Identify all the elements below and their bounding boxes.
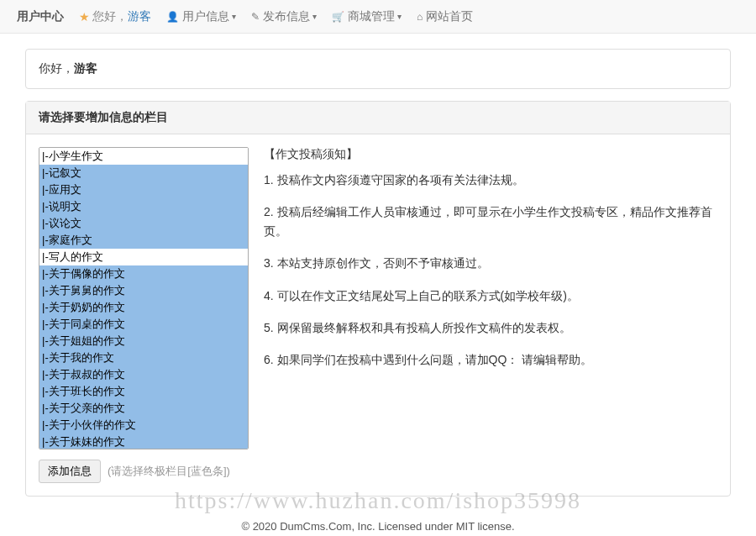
navbar: 用户中心 ★ 您好， 游客 👤用户信息▾✎发布信息▾🛒商城管理▾⌂网站首页 bbox=[0, 0, 756, 34]
nav-item-商城管理[interactable]: 🛒商城管理▾ bbox=[332, 9, 402, 24]
category-option[interactable]: |-议论文 bbox=[39, 215, 248, 232]
category-option[interactable]: |-关于舅舅的作文 bbox=[39, 282, 248, 299]
category-option[interactable]: |-记叙文 bbox=[39, 165, 248, 181]
notice-item: 3. 本站支持原创作文，否则不予审核通过。 bbox=[264, 254, 717, 272]
notice-item: 4. 可以在作文正文结尾处写上自己的联系方式(如学校年级)。 bbox=[264, 286, 717, 305]
category-option[interactable]: |-家庭作文 bbox=[39, 232, 248, 249]
navbar-brand: 用户中心 bbox=[17, 9, 64, 24]
category-option[interactable]: |-关于同桌的作文 bbox=[39, 316, 248, 333]
notice-item: 6. 如果同学们在投稿中遇到什么问题，请加QQ： 请编辑帮助。 bbox=[264, 350, 717, 369]
caret-icon: ▾ bbox=[232, 12, 236, 21]
greeting-prefix: 你好， bbox=[39, 61, 74, 75]
nav-item-用户信息[interactable]: 👤用户信息▾ bbox=[166, 9, 236, 24]
footer: © 2020 DumCms.Com, Inc. Licensed under M… bbox=[25, 520, 731, 536]
category-option[interactable]: |-说明文 bbox=[39, 198, 248, 215]
star-icon: ★ bbox=[79, 10, 90, 24]
add-info-button[interactable]: 添加信息 bbox=[39, 460, 101, 483]
welcome-guest[interactable]: 游客 bbox=[128, 9, 151, 24]
notice-title: 【作文投稿须知】 bbox=[264, 147, 717, 162]
category-option[interactable]: |-关于小伙伴的作文 bbox=[39, 417, 248, 434]
category-option[interactable]: |-关于妹妹的作文 bbox=[39, 434, 248, 449]
panel-heading: 请选择要增加信息的栏目 bbox=[26, 102, 730, 134]
welcome-prefix: 您好， bbox=[92, 9, 128, 24]
navbar-welcome: ★ 您好， 游客 bbox=[79, 9, 151, 24]
caret-icon: ▾ bbox=[312, 12, 317, 21]
user-icon: 👤 bbox=[166, 11, 179, 23]
category-option[interactable]: |-小学生作文 bbox=[39, 148, 248, 165]
category-option[interactable]: |-关于父亲的作文 bbox=[39, 400, 248, 417]
category-option[interactable]: |-关于奶奶的作文 bbox=[39, 299, 248, 316]
nav-item-发布信息[interactable]: ✎发布信息▾ bbox=[251, 9, 317, 24]
caret-icon: ▾ bbox=[397, 12, 402, 21]
category-option[interactable]: |-关于我的作文 bbox=[39, 349, 248, 366]
main-panel: 请选择要增加信息的栏目 |-小学生作文 |-记叙文 |-应用文 |-说明文 |-… bbox=[25, 101, 731, 497]
edit-icon: ✎ bbox=[251, 11, 260, 23]
notice-item: 2. 投稿后经编辑工作人员审核通过，即可显示在小学生作文投稿专区，精品作文推荐首… bbox=[264, 202, 717, 240]
category-option[interactable]: |-关于班长的作文 bbox=[39, 383, 248, 400]
category-listbox[interactable]: |-小学生作文 |-记叙文 |-应用文 |-说明文 |-议论文 |-家庭作文 |… bbox=[39, 147, 249, 449]
nav-item-label: 商城管理 bbox=[348, 9, 395, 24]
category-option[interactable]: |-关于叔叔的作文 bbox=[39, 366, 248, 383]
notice-list: 1. 投稿作文内容须遵守国家的各项有关法律法规。2. 投稿后经编辑工作人员审核通… bbox=[264, 171, 717, 370]
nav-item-label: 发布信息 bbox=[263, 9, 310, 24]
nav-item-label: 网站首页 bbox=[426, 9, 473, 24]
notice-item: 1. 投稿作文内容须遵守国家的各项有关法律法规。 bbox=[264, 171, 717, 189]
nav-item-label: 用户信息 bbox=[182, 9, 229, 24]
cart-icon: 🛒 bbox=[332, 11, 344, 23]
category-option[interactable]: |-写人的作文 bbox=[39, 249, 248, 265]
greeting-name: 游客 bbox=[74, 61, 97, 75]
nav-item-网站首页[interactable]: ⌂网站首页 bbox=[417, 9, 473, 24]
notice-item: 5. 网保留最终解释权和具有投稿人所投作文稿件的发表权。 bbox=[264, 318, 717, 337]
category-option[interactable]: |-应用文 bbox=[39, 181, 248, 198]
home-icon: ⌂ bbox=[417, 11, 423, 23]
category-option[interactable]: |-关于姐姐的作文 bbox=[39, 333, 248, 349]
add-hint: (请选择终极栏目[蓝色条]) bbox=[108, 464, 230, 479]
greeting-panel: 你好，游客 bbox=[25, 49, 731, 89]
category-option[interactable]: |-关于偶像的作文 bbox=[39, 265, 248, 282]
